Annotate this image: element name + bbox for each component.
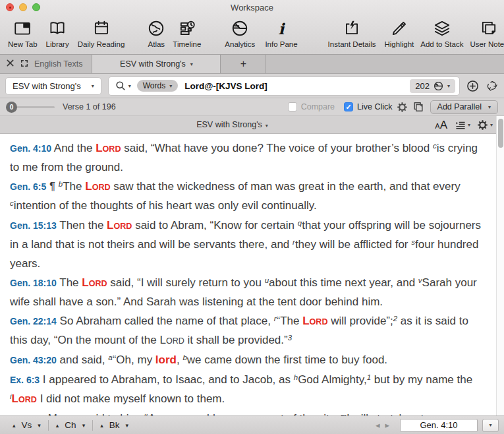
book-stepper-label: Bk [109,420,120,430]
workspace-tab-english-texts[interactable]: English Texts [34,59,82,69]
compare-checkbox[interactable] [288,102,297,111]
verse-segment-t: but by my name the [371,373,472,386]
verse-reference[interactable]: Ex. 6:3 [10,375,40,385]
book-down-icon[interactable]: ▾ [125,422,128,429]
pane-header: ESV with Strong's▾ AA ▾ ▾ [0,116,504,134]
reference-input[interactable]: Gen. 4:10 [400,419,478,432]
verse[interactable]: Gen. 18:10 The LORD said, “I will surely… [10,274,487,311]
user-notes-button[interactable]: User Notes [470,16,504,48]
timeline-button[interactable]: Timeline [173,16,201,48]
live-click-settings-button[interactable] [397,102,408,113]
verse-reference[interactable]: Gen. 4:10 [10,143,51,154]
verse[interactable]: Gen. 43:20 and said, a“Oh, my lord, bwe … [10,351,487,370]
verse[interactable]: Gen. 22:14 So Abraham called the name of… [10,312,487,350]
verse-down-icon[interactable]: ▾ [38,422,41,429]
verse-segment-sup: r [274,315,277,323]
highlight-button[interactable]: Highlight [384,16,414,48]
info-pane-button[interactable]: i Info Pane [265,16,297,48]
slider-track[interactable] [16,106,55,108]
chevron-down-icon: ▾ [488,104,491,110]
verse-segment-t: said to Abram, “Know for certain [132,219,297,232]
chapter-stepper: ▴ Ch ▾ [49,420,92,430]
search-query[interactable]: Lord@-[KJVS Lord] [184,81,267,91]
verse-segment-t: “The [277,315,303,327]
verse-reference[interactable]: Gen. 22:14 [10,316,57,326]
add-parallel-button[interactable]: Add Parallel ▾ [430,100,498,114]
text-size-button[interactable]: AA [435,119,447,131]
add-tab-button[interactable]: + [221,55,266,73]
expand-icon[interactable] [20,58,28,70]
verse[interactable]: Gen. 15:13 Then the LORD said to Abram, … [10,216,487,273]
add-search-button[interactable] [466,80,479,92]
slider-knob[interactable]: 0 [6,102,17,113]
vertical-scrollbar[interactable] [496,116,504,416]
search-row: ESV with Strong's ▾ ▾ Words ▾ Lord@-[KJV… [0,74,504,98]
search-scope-chevron-icon[interactable]: ▾ [128,83,131,89]
verse-segment-t: they will be afflicted for [295,238,411,251]
live-click-label[interactable]: Live Click [357,102,393,111]
verse-reference[interactable]: Gen. 6:5 [10,181,46,192]
recycle-icon [486,80,498,92]
show-parallel-button[interactable] [412,101,424,113]
new-tab-icon [13,16,32,40]
close-window-button[interactable] [6,3,14,11]
verse[interactable]: Ex. 9:29 Moses said to him, “As soon as … [10,410,487,416]
workspace-window: Workspace New Tab Library Daily Reading … [0,0,504,434]
pane-settings-button[interactable]: ▾ [477,119,493,131]
verse-reference[interactable]: Gen. 18:10 [10,278,57,288]
verse-segment-t: So Abraham called the name of that place… [57,315,274,327]
verse-segment-lord: LORD [85,180,110,193]
compare-label[interactable]: Compare [301,102,335,111]
verse[interactable]: Ex. 6:3 I appeared to Abraham, to Isaac,… [10,371,487,409]
reference-dropdown-button[interactable]: ▾ [482,419,499,432]
highlight-icon [390,16,408,40]
analytics-button[interactable]: Analytics [225,16,255,48]
hits-pie-icon [434,81,443,91]
paragraph-format-icon [455,120,466,129]
add-to-stack-button[interactable]: Add to Stack [420,16,463,48]
minimize-window-button[interactable] [19,3,27,11]
library-button[interactable]: Library [46,16,69,48]
tab-esv-with-strongs[interactable]: ESV with Strong's ▾ [92,55,221,73]
atlas-button[interactable]: Atlas [147,16,165,48]
history-forward-icon[interactable]: ▸ [382,420,392,430]
chapter-up-icon[interactable]: ▴ [56,422,59,429]
research-button[interactable] [486,80,498,92]
verse-segment-t: about this time next year, and [269,276,418,289]
zoom-window-button[interactable] [32,3,40,11]
history-back-icon[interactable]: ◂ [373,420,383,430]
main-toolbar: New Tab Library Daily Reading Atlas Time… [0,15,504,55]
search-mode-dropdown[interactable]: Words ▾ [137,80,178,92]
search-field[interactable]: ▾ Words ▾ Lord@-[KJVS Lord] 202 ▾ [109,77,459,95]
verse[interactable]: Gen. 4:10 And the LORD said, “What have … [10,139,487,177]
pane-header-controls: AA ▾ ▾ [435,116,493,133]
verse-reference[interactable]: Gen. 15:13 [10,220,57,231]
verse-segment-t: Then the [57,219,107,232]
scrollbar-thumb[interactable] [498,119,503,148]
live-click-checkbox[interactable]: ✓ [344,102,353,111]
module-selector[interactable]: ESV with Strong's ▾ [6,78,101,94]
instant-details-button[interactable]: Instant Details [328,16,376,48]
daily-reading-button[interactable]: Daily Reading [78,16,125,48]
verse[interactable]: Gen. 6:5 ¶ bThe LORD saw that the wicked… [10,177,487,216]
verse-segment-red: lord [155,354,177,366]
display-format-button[interactable]: ▾ [455,120,470,129]
pane-title-dropdown[interactable]: ESV with Strong's▾ [0,116,464,135]
new-tab-button[interactable]: New Tab [8,16,38,48]
verse-segment-t: ¶ [46,180,59,193]
verse-segment-lord: LORD [302,315,327,327]
verse-up-icon[interactable]: ▴ [13,422,16,429]
verse-slider[interactable]: 0 [6,102,55,113]
book-up-icon[interactable]: ▴ [100,422,103,429]
close-tab-icon[interactable] [6,58,14,70]
plus-circle-icon [466,80,479,92]
verse-reference[interactable]: Gen. 43:20 [10,355,57,365]
timeline-icon [178,16,196,40]
chapter-down-icon[interactable]: ▾ [82,422,86,429]
hit-count-dropdown[interactable]: 202 ▾ [410,79,455,93]
chapter-stepper-label: Ch [65,420,76,430]
verse-segment-t: I appeared to Abraham, to Isaac, and to … [40,373,294,386]
window-chrome: Workspace New Tab Library Daily Reading … [0,0,504,55]
bible-text-pane[interactable]: Gen. 4:10 And the LORD said, “What have … [0,134,504,416]
verse-segment-sup: b [182,354,186,361]
